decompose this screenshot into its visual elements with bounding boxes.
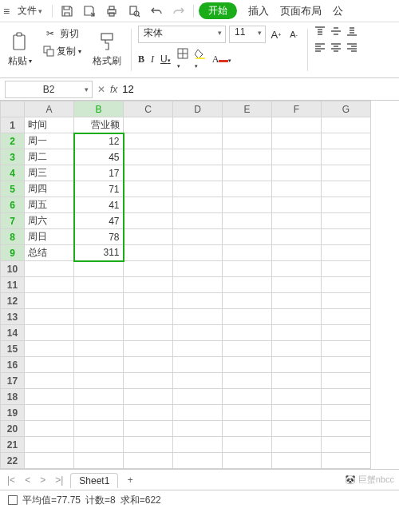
cell-E8[interactable] [223, 229, 272, 245]
row-header-2[interactable]: 2 [1, 133, 25, 149]
cell-F11[interactable] [272, 277, 322, 293]
cell-D22[interactable] [173, 453, 223, 469]
row-header-22[interactable]: 22 [1, 453, 25, 469]
spreadsheet-grid[interactable]: ABCDEFG1时间营业额2周一123周二454周三175周四716周五417周… [0, 101, 399, 470]
sheet-nav-prev-icon[interactable]: < [22, 474, 33, 486]
cell-E13[interactable] [223, 309, 272, 325]
cell-F23[interactable] [272, 469, 322, 470]
fill-color-button[interactable]: ▾ [195, 48, 206, 70]
cell-D12[interactable] [173, 293, 223, 309]
cell-E11[interactable] [223, 277, 272, 293]
cell-C5[interactable] [124, 181, 173, 197]
cell-B8[interactable]: 78 [74, 229, 124, 245]
cell-B15[interactable] [74, 341, 124, 357]
cell-F18[interactable] [272, 389, 322, 405]
cell-G18[interactable] [322, 389, 371, 405]
format-painter-button[interactable]: 格式刷 [89, 26, 124, 74]
cell-F9[interactable] [272, 245, 322, 261]
cell-G4[interactable] [322, 165, 371, 181]
cell-E3[interactable] [223, 149, 272, 165]
cell-D8[interactable] [173, 229, 223, 245]
cell-C20[interactable] [124, 421, 173, 437]
cell-F17[interactable] [272, 373, 322, 389]
cell-E6[interactable] [223, 197, 272, 213]
col-header-F[interactable]: F [272, 101, 322, 117]
row-header-11[interactable]: 11 [1, 277, 25, 293]
cell-G19[interactable] [322, 405, 371, 421]
cell-E22[interactable] [223, 453, 272, 469]
sheet-nav-next-icon[interactable]: > [38, 474, 48, 486]
cell-B4[interactable]: 17 [74, 165, 124, 181]
border-button[interactable]: ▾ [177, 48, 188, 70]
add-sheet-button[interactable]: + [123, 473, 137, 487]
cell-C12[interactable] [124, 293, 173, 309]
cell-A15[interactable] [25, 341, 74, 357]
cell-A23[interactable] [25, 469, 74, 470]
cell-D23[interactable] [173, 469, 223, 470]
cell-B10[interactable] [74, 261, 124, 277]
cell-A22[interactable] [25, 453, 74, 469]
cell-D2[interactable] [173, 133, 223, 149]
cell-B12[interactable] [74, 293, 124, 309]
cell-A6[interactable]: 周五 [25, 197, 74, 213]
cell-B17[interactable] [74, 373, 124, 389]
cell-G15[interactable] [322, 341, 371, 357]
cell-D20[interactable] [173, 421, 223, 437]
cell-E9[interactable] [223, 245, 272, 261]
cell-G5[interactable] [322, 181, 371, 197]
cell-F19[interactable] [272, 405, 322, 421]
font-color-button[interactable]: A▾ [212, 54, 232, 66]
row-header-16[interactable]: 16 [1, 357, 25, 373]
selection-mode-icon[interactable] [8, 495, 18, 505]
cell-E12[interactable] [223, 293, 272, 309]
cell-E1[interactable] [223, 117, 272, 133]
cell-C19[interactable] [124, 405, 173, 421]
cell-F6[interactable] [272, 197, 322, 213]
cell-B14[interactable] [74, 325, 124, 341]
row-header-15[interactable]: 15 [1, 341, 25, 357]
cell-F16[interactable] [272, 357, 322, 373]
cell-C18[interactable] [124, 389, 173, 405]
increase-font-icon[interactable]: A+ [269, 27, 283, 42]
cell-B16[interactable] [74, 357, 124, 373]
cell-D1[interactable] [173, 117, 223, 133]
cell-F4[interactable] [272, 165, 322, 181]
cell-G17[interactable] [322, 373, 371, 389]
name-box[interactable]: B2 [5, 81, 93, 98]
cell-E17[interactable] [223, 373, 272, 389]
cell-A1[interactable]: 时间 [25, 117, 74, 133]
align-left-icon[interactable] [314, 42, 326, 53]
formula-input[interactable] [122, 81, 394, 98]
cell-B5[interactable]: 71 [74, 181, 124, 197]
cell-D18[interactable] [173, 389, 223, 405]
col-header-A[interactable]: A [25, 101, 74, 117]
row-header-23[interactable]: 23 [1, 469, 25, 470]
cell-D14[interactable] [173, 325, 223, 341]
cell-C10[interactable] [124, 261, 173, 277]
cell-C21[interactable] [124, 437, 173, 453]
cell-A7[interactable]: 周六 [25, 213, 74, 229]
row-header-7[interactable]: 7 [1, 213, 25, 229]
cell-E18[interactable] [223, 389, 272, 405]
undo-icon[interactable] [147, 2, 166, 21]
cell-D19[interactable] [173, 405, 223, 421]
align-right-icon[interactable] [346, 42, 358, 53]
cell-B13[interactable] [74, 309, 124, 325]
cell-G1[interactable] [322, 117, 371, 133]
underline-button[interactable]: U▾ [160, 54, 171, 65]
bold-button[interactable]: B [138, 54, 144, 66]
cell-D5[interactable] [173, 181, 223, 197]
cell-B2[interactable]: 12 [74, 133, 124, 149]
cell-F1[interactable] [272, 117, 322, 133]
cell-F14[interactable] [272, 325, 322, 341]
cell-A11[interactable] [25, 277, 74, 293]
cell-B22[interactable] [74, 453, 124, 469]
cell-C23[interactable] [124, 469, 173, 470]
cell-G16[interactable] [322, 357, 371, 373]
col-header-D[interactable]: D [173, 101, 223, 117]
align-bottom-icon[interactable] [346, 26, 358, 37]
cell-B1[interactable]: 营业额 [74, 117, 124, 133]
row-header-3[interactable]: 3 [1, 149, 25, 165]
print-preview-icon[interactable] [124, 2, 144, 21]
cell-G9[interactable] [322, 245, 371, 261]
